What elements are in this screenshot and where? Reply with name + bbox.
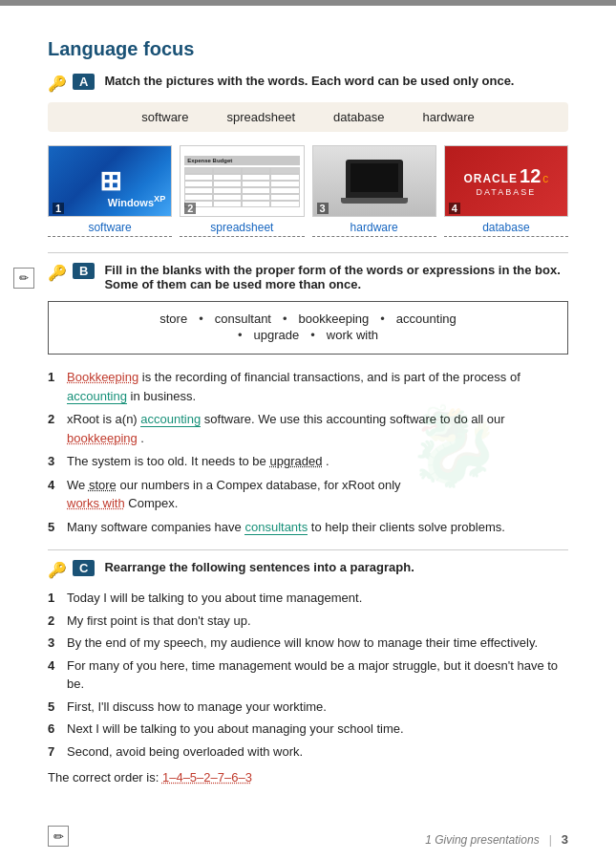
img-number-1: 1 bbox=[53, 203, 64, 214]
img-number-3: 3 bbox=[317, 203, 329, 214]
img-number-4: 4 bbox=[449, 203, 460, 214]
oracle-brand: ORACLE bbox=[463, 172, 518, 185]
list-num-3: 3 bbox=[48, 452, 61, 471]
image-4-container: ORACLE 12 c DATABASE 4 bbox=[444, 145, 568, 217]
word-b-6: work with bbox=[327, 328, 378, 342]
word-b-2: consultant bbox=[215, 312, 271, 326]
c-sentence-6: Next I will be talking to you about mana… bbox=[67, 720, 404, 739]
page-footer: 1 Giving presentations | 3 bbox=[425, 832, 568, 847]
section-c-header: 🔑 C Rearrange the following sentences in… bbox=[48, 560, 568, 579]
list-item: 7 Second, avoid being overloaded with wo… bbox=[48, 742, 568, 762]
img-number-2: 2 bbox=[184, 203, 196, 214]
c-sentence-2: My first point is that don't stay up. bbox=[67, 612, 251, 631]
c-num-3: 3 bbox=[48, 634, 61, 653]
image-3-container: 3 bbox=[312, 145, 436, 217]
c-num-1: 1 bbox=[48, 589, 61, 608]
images-row: ⊞ WindowsXP 1 Expense Budget bbox=[48, 145, 568, 217]
image-1: ⊞ WindowsXP 1 bbox=[48, 145, 172, 217]
word-b-1: store bbox=[159, 312, 187, 326]
answers-row: software spreadsheet hardware database bbox=[48, 221, 568, 237]
answer-4: database bbox=[444, 221, 568, 237]
list-item: 1 Today I will be talking to you about t… bbox=[48, 589, 568, 608]
answer-works-with: works with bbox=[67, 496, 125, 510]
correct-order-line: The correct order is: 1–4–5–2–7–6–3 bbox=[48, 770, 568, 785]
c-sentence-7: Second, avoid being overloaded with work… bbox=[67, 742, 303, 762]
c-sentence-3: By the end of my speech, my audience wil… bbox=[67, 634, 538, 653]
list-item: 2 xRoot is a(n) accounting software. We … bbox=[48, 410, 568, 447]
answer-accounting-2: accounting bbox=[140, 412, 201, 427]
page: Language focus 🔑 A Match the pictures wi… bbox=[0, 0, 616, 860]
page-title: Language focus bbox=[48, 38, 568, 60]
image-3: 3 bbox=[312, 145, 436, 217]
list-num-5: 5 bbox=[48, 518, 61, 537]
c-sentence-1: Today I will be talking to you about tim… bbox=[67, 589, 362, 608]
oracle-number: 12 bbox=[520, 165, 541, 187]
word-row-1: store • consultant • bookkeeping • accou… bbox=[68, 312, 548, 326]
list-item: 6 Next I will be talking to you about ma… bbox=[48, 720, 568, 739]
word-box-b: store • consultant • bookkeeping • accou… bbox=[48, 301, 568, 355]
section-a-instruction: Match the pictures with the words. Each … bbox=[104, 74, 568, 88]
list-item: 2 My first point is that don't stay up. bbox=[48, 612, 568, 631]
c-sentence-5: First, I'll discuss how to manage your w… bbox=[67, 698, 327, 717]
section-b-header: 🔑 B Fill in the blanks with the proper f… bbox=[48, 263, 568, 291]
section-a-header: 🔑 A Match the pictures with the words. E… bbox=[48, 74, 568, 93]
word-a-3: database bbox=[333, 110, 385, 124]
list-item: 4 For many of you here, time management … bbox=[48, 656, 568, 694]
answer-bookkeeping-2: bookkeeping bbox=[67, 431, 138, 445]
image-2-container: Expense Budget bbox=[180, 145, 304, 217]
list-item: 5 Many software companies have consultan… bbox=[48, 518, 568, 537]
answer-accounting-1: accounting bbox=[67, 389, 127, 404]
c-num-7: 7 bbox=[48, 742, 61, 762]
windows-image: ⊞ WindowsXP bbox=[49, 146, 171, 216]
sentence-2: xRoot is a(n) accounting software. We us… bbox=[67, 410, 568, 447]
c-num-6: 6 bbox=[48, 720, 61, 739]
key-icon-b: 🔑 bbox=[48, 264, 67, 282]
answer-store: store bbox=[89, 478, 117, 492]
oracle-image: ORACLE 12 c DATABASE bbox=[445, 146, 567, 216]
key-icon-a: 🔑 bbox=[48, 75, 67, 93]
list-num-2: 2 bbox=[48, 410, 61, 429]
sentence-4: We store our numbers in a Compex databas… bbox=[67, 476, 401, 513]
answer-consultants: consultants bbox=[244, 520, 308, 535]
badge-b: B bbox=[73, 263, 95, 279]
page-number: 3 bbox=[562, 832, 568, 847]
image-1-container: ⊞ WindowsXP 1 bbox=[48, 145, 172, 217]
windows-text: WindowsXP bbox=[108, 194, 165, 208]
windows-logo: ⊞ bbox=[99, 165, 121, 197]
list-item: 1 Bookkeeping is the recording of financ… bbox=[48, 368, 568, 405]
answer-bookkeeping: Bookkeeping bbox=[67, 370, 138, 384]
list-item: 5 First, I'll discuss how to manage your… bbox=[48, 698, 568, 717]
word-a-2: spreadsheet bbox=[226, 110, 295, 124]
edit-icon-a: ✏ bbox=[13, 268, 34, 289]
spreadsheet-image: Expense Budget bbox=[181, 146, 303, 216]
oracle-sub: DATABASE bbox=[477, 187, 537, 197]
word-b-3: bookkeeping bbox=[299, 312, 370, 326]
word-box-a: software spreadsheet database hardware bbox=[48, 102, 568, 132]
answer-upgraded: upgraded bbox=[269, 454, 322, 468]
c-num-4: 4 bbox=[48, 656, 61, 694]
pencil-icon-footer: ✏ bbox=[48, 826, 69, 847]
sentence-5: Many software companies have consultants… bbox=[67, 518, 505, 537]
key-icon-c: 🔑 bbox=[48, 561, 67, 579]
sentence-3: The system is too old. It needs to be up… bbox=[67, 452, 329, 471]
word-b-4: accounting bbox=[396, 312, 457, 326]
answer-1: software bbox=[48, 221, 172, 237]
list-num-1: 1 bbox=[48, 368, 61, 387]
laptop-image bbox=[313, 146, 435, 216]
section-b-list: 1 Bookkeeping is the recording of financ… bbox=[48, 368, 568, 536]
footer-section-label: 1 Giving presentations bbox=[425, 833, 539, 847]
image-2: Expense Budget bbox=[180, 145, 304, 217]
correct-order-answer: 1–4–5–2–7–6–3 bbox=[162, 770, 252, 785]
word-b-5: upgrade bbox=[254, 328, 300, 342]
answer-2: spreadsheet bbox=[180, 221, 304, 237]
c-sentence-4: For many of you here, time management wo… bbox=[67, 656, 568, 694]
list-num-4: 4 bbox=[48, 476, 61, 495]
list-item: 3 The system is too old. It needs to be … bbox=[48, 452, 568, 471]
section-c-list: 1 Today I will be talking to you about t… bbox=[48, 589, 568, 761]
word-a-1: software bbox=[141, 110, 188, 124]
word-a-4: hardware bbox=[423, 110, 475, 124]
badge-a: A bbox=[73, 74, 95, 90]
laptop-screen bbox=[346, 160, 403, 198]
list-item: 4 We store our numbers in a Compex datab… bbox=[48, 476, 568, 513]
list-item: 3 By the end of my speech, my audience w… bbox=[48, 634, 568, 653]
